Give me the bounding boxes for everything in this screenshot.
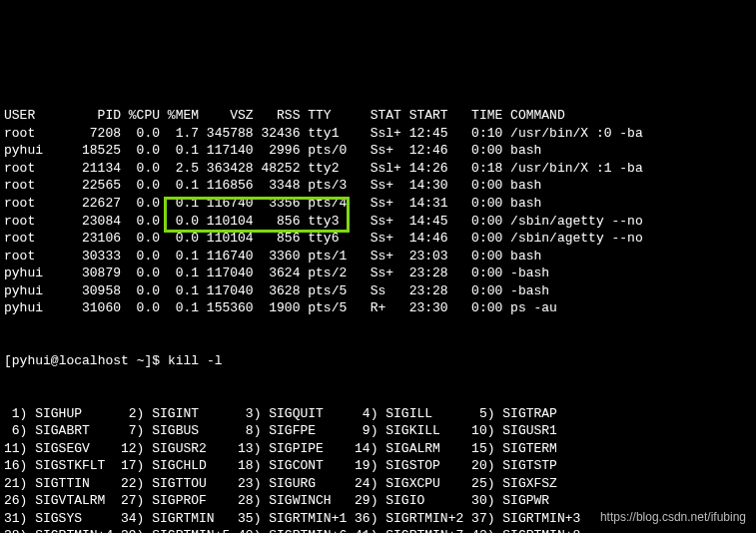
prompt-line-1: [pyhui@localhost ~]$ kill -l	[4, 352, 752, 370]
attribution: https://blog.csdn.net/ifubing	[600, 509, 746, 525]
ps-output: USER PID %CPU %MEM VSZ RSS TTY STAT STAR…	[4, 107, 752, 317]
terminal[interactable]: USER PID %CPU %MEM VSZ RSS TTY STAT STAR…	[0, 70, 756, 533]
prompt-1-text: [pyhui@localhost ~]$	[4, 353, 168, 368]
command-1: kill -l	[168, 353, 223, 368]
